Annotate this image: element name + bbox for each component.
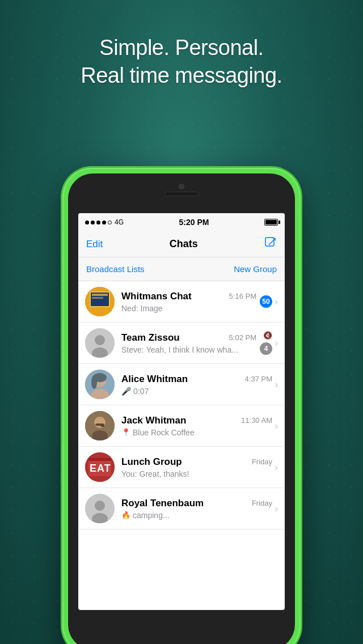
network-type: 4G <box>115 218 124 226</box>
chat-content-royal: Royal Tenenbaum Friday 🔥 camping... <box>121 498 272 520</box>
chat-name-lunch: Lunch Group <box>121 456 182 468</box>
chat-time-royal: Friday <box>252 499 272 507</box>
signal-dot-3 <box>96 221 100 224</box>
svg-point-27 <box>95 501 105 511</box>
chat-header-alice: Alice Whitman 4:37 PM <box>121 374 272 385</box>
chat-preview-alice: 🎤 0:07 <box>121 387 272 396</box>
camera <box>179 184 184 189</box>
status-time: 5:20 PM <box>179 218 209 227</box>
signal-dot-2 <box>91 221 95 224</box>
location-icon: 📍 <box>121 428 130 437</box>
mic-icon: 🎤 <box>121 387 131 396</box>
svg-text:EAT: EAT <box>90 463 111 474</box>
chat-item-jack[interactable]: Jack Whitman 11:30 AM 📍 Blue Rock Coffee… <box>78 405 285 447</box>
chat-name-team-zissou: Team Zissou <box>121 332 180 344</box>
chat-content-lunch: Lunch Group Friday You: Great, thanks! <box>121 456 272 478</box>
chevron-alice: › <box>275 379 278 391</box>
avatar-alice <box>85 370 115 399</box>
svg-point-9 <box>95 335 105 345</box>
chat-right-team-zissou: 🔇 4 <box>260 331 272 355</box>
chat-time-jack: 11:30 AM <box>241 416 272 425</box>
tagline-line1: Simple. Personal. <box>0 34 363 62</box>
chat-header-royal: Royal Tenenbaum Friday <box>121 498 272 509</box>
chat-item-whitmans[interactable]: Whitmans Chat 5:16 PM Ned: Image 50 › <box>78 281 285 323</box>
svg-rect-6 <box>92 294 108 296</box>
battery-fill <box>265 220 277 224</box>
chat-right-whitmans: 50 <box>260 295 272 308</box>
chat-content-jack: Jack Whitman 11:30 AM 📍 Blue Rock Coffee <box>121 415 272 437</box>
chat-preview-royal: 🔥 camping... <box>121 511 272 520</box>
svg-rect-0 <box>265 238 274 246</box>
avatar-jack <box>85 411 115 440</box>
mute-icon: 🔇 <box>263 331 272 340</box>
battery-icon <box>264 219 278 226</box>
badge-team-zissou: 4 <box>260 342 272 355</box>
chat-time-alice: 4:37 PM <box>245 375 272 383</box>
phone-inner: 4G 5:20 PM Edit Chats <box>68 173 295 644</box>
chat-content-team-zissou: Team Zissou 5:02 PM Steve: Yeah, I think… <box>121 332 256 354</box>
signal-dot-1 <box>85 221 89 224</box>
compose-button[interactable] <box>264 236 277 252</box>
signal-dot-5 <box>108 221 112 224</box>
svg-line-2 <box>269 238 276 245</box>
chat-preview-lunch: You: Great, thanks! <box>121 469 272 478</box>
chat-time-whitmans: 5:16 PM <box>229 292 256 300</box>
chat-name-alice: Alice Whitman <box>121 374 188 385</box>
chat-item-alice[interactable]: Alice Whitman 4:37 PM 🎤 0:07 › <box>78 364 285 405</box>
status-battery <box>264 219 278 226</box>
tagline-line2: Real time messaging. <box>0 62 363 90</box>
chat-header-team-zissou: Team Zissou 5:02 PM <box>121 332 256 344</box>
status-bar: 4G 5:20 PM <box>78 213 285 231</box>
screen: 4G 5:20 PM Edit Chats <box>78 213 285 610</box>
chat-content-whitmans: Whitmans Chat 5:16 PM Ned: Image <box>121 291 256 313</box>
signal-dot-4 <box>102 221 106 224</box>
chat-name-jack: Jack Whitman <box>121 415 186 426</box>
chat-content-alice: Alice Whitman 4:37 PM 🎤 0:07 <box>121 374 272 396</box>
edit-button[interactable]: Edit <box>86 239 103 250</box>
phone-top-hardware <box>164 184 199 196</box>
avatar-whitmans <box>85 287 115 316</box>
broadcast-lists-button[interactable]: Broadcast Lists <box>86 264 145 274</box>
tagline: Simple. Personal. Real time messaging. <box>0 34 363 90</box>
chat-preview-whitmans: Ned: Image <box>121 304 256 313</box>
chat-preview-team-zissou: Steve: Yeah, I think I know wha... <box>121 345 256 354</box>
new-group-button[interactable]: New Group <box>234 264 277 274</box>
phone-shell: 4G 5:20 PM Edit Chats <box>62 168 301 644</box>
chat-list: Whitmans Chat 5:16 PM Ned: Image 50 › <box>78 281 285 529</box>
avatar-lunch: EAT <box>85 452 115 482</box>
page-title: Chats <box>170 238 198 250</box>
status-signal: 4G <box>85 218 124 226</box>
svg-rect-25 <box>88 458 111 461</box>
speaker <box>164 192 199 196</box>
chat-item-royal[interactable]: Royal Tenenbaum Friday 🔥 camping... › <box>78 488 285 529</box>
chat-header-jack: Jack Whitman 11:30 AM <box>121 415 272 426</box>
chevron-lunch: › <box>275 461 278 473</box>
fire-icon: 🔥 <box>121 511 130 519</box>
avatar-team-zissou <box>85 328 115 358</box>
nav-bar: Edit Chats <box>78 231 285 257</box>
action-bar: Broadcast Lists New Group <box>78 257 285 281</box>
chat-header-lunch: Lunch Group Friday <box>121 456 272 468</box>
chat-name-whitmans: Whitmans Chat <box>121 291 192 302</box>
chevron-jack: › <box>275 420 278 432</box>
chevron-team-zissou: › <box>275 337 278 349</box>
chat-header-whitmans: Whitmans Chat 5:16 PM <box>121 291 256 302</box>
chat-preview-jack: 📍 Blue Rock Coffee <box>121 428 272 437</box>
chat-item-team-zissou[interactable]: Team Zissou 5:02 PM Steve: Yeah, I think… <box>78 323 285 364</box>
chevron-whitmans: › <box>275 296 278 308</box>
chat-time-team-zissou: 5:02 PM <box>229 333 256 342</box>
svg-point-15 <box>91 375 97 389</box>
avatar-royal <box>85 494 115 523</box>
svg-rect-7 <box>92 297 103 299</box>
chat-name-royal: Royal Tenenbaum <box>121 498 204 509</box>
chevron-royal: › <box>275 503 278 515</box>
svg-point-21 <box>99 423 104 426</box>
badge-whitmans: 50 <box>260 295 272 308</box>
chat-item-lunch[interactable]: EAT Lunch Group Friday You: Great, thank <box>78 447 285 488</box>
chat-time-lunch: Friday <box>252 457 272 466</box>
